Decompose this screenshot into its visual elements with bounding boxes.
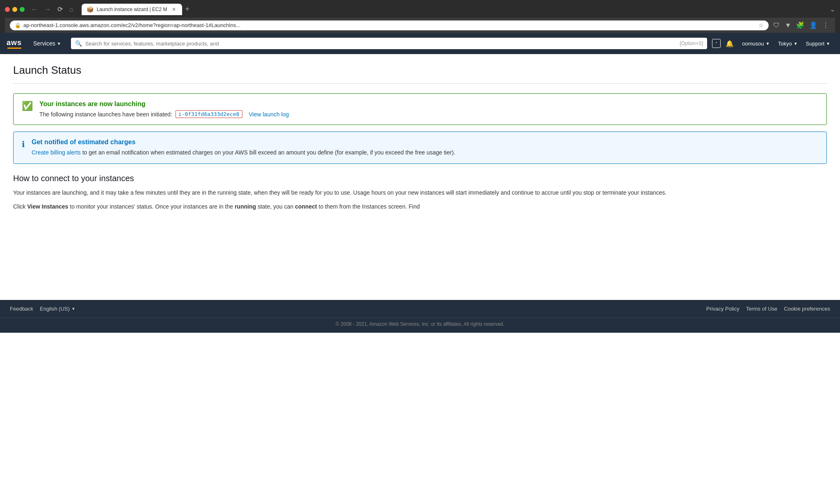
region-chevron-icon: ▼ bbox=[794, 41, 798, 46]
success-body: The following instance launches have bee… bbox=[39, 110, 289, 118]
address-bar[interactable]: 🔒 ap-northeast-1.console.aws.amazon.com/… bbox=[10, 20, 769, 30]
address-bar-row: 🔒 ap-northeast-1.console.aws.amazon.com/… bbox=[5, 18, 835, 33]
maximize-window-button[interactable] bbox=[20, 7, 25, 12]
tab-bar: 📦 Launch instance wizard | EC2 M ✕ + bbox=[82, 3, 826, 15]
success-title: Your instances are now launching bbox=[39, 100, 289, 108]
browser-extension-buttons: 🛡 ▼ 🧩 👤 ⋮ bbox=[772, 20, 830, 30]
aws-logo-underline bbox=[7, 48, 21, 49]
info-content: Get notified of estimated charges Create… bbox=[32, 138, 455, 157]
para2-connect: connect bbox=[295, 203, 317, 210]
create-billing-alerts-link[interactable]: Create billing alerts bbox=[32, 149, 81, 156]
user-chevron-icon: ▼ bbox=[766, 41, 770, 46]
connect-section-title: How to connect to your instances bbox=[13, 174, 827, 183]
para2-mid: to monitor your instances' status. Once … bbox=[68, 203, 235, 210]
para2-view-instances: View Instances bbox=[27, 203, 68, 210]
footer-left: Feedback English (US) ▼ bbox=[10, 306, 75, 312]
browser-profile[interactable]: 👤 bbox=[808, 20, 819, 30]
info-icon: ℹ bbox=[22, 139, 25, 149]
info-body-text: to get an email notification when estima… bbox=[81, 149, 455, 156]
footer-copyright: © 2008 - 2021, Amazon Web Services, Inc.… bbox=[0, 318, 840, 333]
services-chevron-icon: ▼ bbox=[57, 41, 61, 46]
aws-nav-actions: ⎖ 🔔 oomusou ▼ Tokyo ▼ Support ▼ bbox=[712, 37, 833, 50]
url-text: ap-northeast-1.console.aws.amazon.com/ec… bbox=[23, 22, 756, 28]
connect-para-2: Click View Instances to monitor your ins… bbox=[13, 202, 827, 211]
cloudshell-button[interactable]: ⎖ bbox=[712, 39, 721, 48]
browser-extension-2[interactable]: ▼ bbox=[783, 20, 792, 30]
footer-right: Privacy Policy Terms of Use Cookie prefe… bbox=[706, 306, 830, 312]
browser-chrome: ← → ⟳ ⌂ 📦 Launch instance wizard | EC2 M… bbox=[0, 0, 840, 33]
para2-suffix: to them from the Instances screen. Find bbox=[317, 203, 420, 210]
region-label: Tokyo bbox=[778, 41, 792, 47]
terms-of-use-link[interactable]: Terms of Use bbox=[746, 306, 778, 312]
user-menu-button[interactable]: oomusou ▼ bbox=[739, 38, 773, 49]
browser-extension-1[interactable]: 🛡 bbox=[772, 20, 781, 30]
main-content: Launch Status ✅ Your instances are now l… bbox=[0, 54, 840, 300]
back-button[interactable]: ← bbox=[30, 5, 39, 14]
language-chevron-icon: ▼ bbox=[71, 306, 75, 311]
cookie-preferences-link[interactable]: Cookie preferences bbox=[784, 306, 830, 312]
security-lock-icon: 🔒 bbox=[15, 23, 21, 28]
language-selector[interactable]: English (US) ▼ bbox=[40, 306, 75, 312]
tab-favicon: 📦 bbox=[87, 6, 94, 13]
para2-prefix: Click bbox=[13, 203, 27, 210]
aws-logo-text: aws bbox=[7, 39, 22, 47]
support-label: Support bbox=[806, 41, 825, 47]
language-label: English (US) bbox=[40, 306, 70, 312]
privacy-policy-link[interactable]: Privacy Policy bbox=[706, 306, 740, 312]
success-body-prefix: The following instance launches have bee… bbox=[39, 111, 172, 118]
para2-running: running bbox=[235, 203, 256, 210]
notifications-button[interactable]: 🔔 bbox=[722, 37, 737, 50]
connect-para-1: Your instances are launching, and it may… bbox=[13, 188, 827, 197]
browser-controls: ← → ⟳ ⌂ 📦 Launch instance wizard | EC2 M… bbox=[5, 3, 835, 15]
services-label: Services bbox=[33, 40, 55, 47]
page-title: Launch Status bbox=[13, 64, 827, 77]
feedback-button[interactable]: Feedback bbox=[10, 306, 33, 312]
more-browser-options: ⌄ bbox=[830, 5, 835, 13]
user-label: oomusou bbox=[742, 41, 764, 47]
info-body: Create billing alerts to get an email no… bbox=[32, 148, 455, 157]
success-banner: ✅ Your instances are now launching The f… bbox=[13, 93, 827, 125]
browser-nav-buttons: ← → ⟳ ⌂ bbox=[30, 5, 75, 14]
info-title: Get notified of estimated charges bbox=[32, 138, 455, 146]
browser-extension-3[interactable]: 🧩 bbox=[795, 20, 806, 30]
search-icon: 🔍 bbox=[75, 40, 82, 47]
bookmark-icon[interactable]: ☆ bbox=[758, 22, 764, 29]
success-content: Your instances are now launching The fol… bbox=[39, 100, 289, 118]
aws-search-bar[interactable]: 🔍 [Option+S] bbox=[71, 38, 708, 49]
active-tab[interactable]: 📦 Launch instance wizard | EC2 M ✕ bbox=[82, 4, 182, 15]
tab-title: Launch instance wizard | EC2 M bbox=[97, 7, 167, 12]
tab-close-button[interactable]: ✕ bbox=[171, 6, 177, 13]
aws-navbar: aws Services ▼ 🔍 [Option+S] ⎖ 🔔 oomusou … bbox=[0, 33, 840, 54]
instance-id-link[interactable]: i-0f31fd6a333d2ece8 bbox=[176, 110, 242, 118]
search-shortcut-hint: [Option+S] bbox=[680, 41, 703, 46]
forward-button[interactable]: → bbox=[43, 5, 52, 14]
traffic-lights bbox=[5, 7, 25, 12]
info-banner: ℹ Get notified of estimated charges Crea… bbox=[13, 132, 827, 164]
minimize-window-button[interactable] bbox=[12, 7, 17, 12]
close-window-button[interactable] bbox=[5, 7, 10, 12]
support-menu-button[interactable]: Support ▼ bbox=[803, 38, 833, 49]
browser-menu[interactable]: ⋮ bbox=[821, 20, 830, 30]
footer-bar: Feedback English (US) ▼ Privacy Policy T… bbox=[0, 300, 840, 318]
search-input[interactable] bbox=[85, 41, 677, 47]
home-button[interactable]: ⌂ bbox=[68, 5, 75, 14]
new-tab-button[interactable]: + bbox=[182, 3, 193, 15]
reload-button[interactable]: ⟳ bbox=[56, 5, 64, 14]
title-divider bbox=[13, 83, 827, 84]
para2-end: state, you can bbox=[256, 203, 295, 210]
footer: Feedback English (US) ▼ Privacy Policy T… bbox=[0, 300, 840, 333]
aws-logo-link[interactable]: aws bbox=[7, 39, 22, 49]
region-menu-button[interactable]: Tokyo ▼ bbox=[775, 38, 801, 49]
services-menu-button[interactable]: Services ▼ bbox=[28, 38, 66, 49]
view-launch-log-link[interactable]: View launch log bbox=[249, 111, 289, 118]
support-chevron-icon: ▼ bbox=[826, 41, 830, 46]
success-check-icon: ✅ bbox=[22, 101, 33, 111]
